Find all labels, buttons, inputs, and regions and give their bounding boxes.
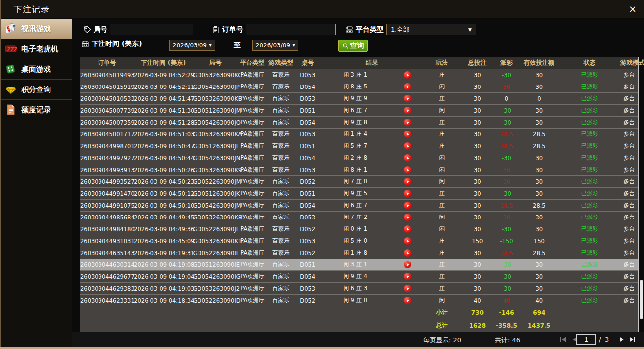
- play-video-icon[interactable]: [404, 297, 411, 304]
- cell-game-mode: 多台: [620, 107, 638, 114]
- cell-bet-time: 2026-03-09 04:50:26: [134, 167, 193, 174]
- table-row[interactable]: 260309045010533 2026-03-09 04:51:47 GD05…: [80, 92, 638, 104]
- table-row[interactable]: 260309044629383 2026-03-09 04:19:03 GD05…: [80, 282, 638, 294]
- play-video-icon[interactable]: [404, 95, 411, 102]
- table-row[interactable]: 260309044630314 2026-03-09 04:19:08 GD05…: [80, 259, 638, 270]
- cell-platform: PA欧洲厅: [238, 261, 266, 268]
- play-video-icon[interactable]: [404, 214, 411, 221]
- table-row[interactable]: 260309045015919 2026-03-09 04:52:11 GD05…: [80, 81, 638, 92]
- cell-game-type: 百家乐: [266, 119, 295, 126]
- server-stack-icon: [346, 26, 353, 34]
- play-video-icon[interactable]: [404, 273, 411, 280]
- page-number-input[interactable]: [576, 334, 596, 345]
- cell-payout: 28.5: [495, 143, 518, 150]
- play-video-icon[interactable]: [404, 166, 411, 174]
- cell-play-type: 闲: [423, 297, 460, 304]
- cell-order-no: 260309045015919: [80, 84, 134, 90]
- play-video-icon[interactable]: [404, 119, 411, 126]
- sidebar-item[interactable]: 额度记录: [0, 100, 72, 120]
- play-video-icon[interactable]: [404, 154, 411, 162]
- page-separator: /: [599, 335, 601, 343]
- play-video-icon[interactable]: [404, 225, 411, 233]
- table-row[interactable]: 260309044997927 2026-03-09 04:50:44 GD05…: [80, 152, 638, 164]
- cell-play-type: 闲: [423, 166, 460, 174]
- play-video-icon[interactable]: [404, 261, 411, 268]
- play-video-icon[interactable]: [404, 237, 411, 245]
- round-input[interactable]: [110, 24, 193, 35]
- table-row[interactable]: 260309045001717 2026-03-09 04:51:03 GD05…: [80, 128, 638, 140]
- cell-order-no: 260309045019493: [80, 72, 134, 79]
- cell-game-mode: 多台: [620, 142, 638, 150]
- cell-result: 闲 7 庄 2: [321, 214, 423, 221]
- cell-game-mode: 多台: [620, 237, 638, 245]
- table-row[interactable]: 260309044931031 2026-03-09 04:45:09 GD05…: [80, 235, 638, 247]
- table-row[interactable]: 260309044993913 2026-03-09 04:50:26 GD05…: [80, 164, 638, 175]
- table-row[interactable]: 260309044998701 2026-03-09 04:50:47 GD05…: [80, 140, 638, 152]
- cell-status: 已派彩: [559, 212, 620, 223]
- cell-platform: PA欧洲厅: [238, 178, 266, 185]
- query-button[interactable]: 查询: [338, 40, 368, 52]
- last-page-button[interactable]: [629, 336, 637, 343]
- date-from-picker[interactable]: 2026/03/09 ▼: [169, 40, 215, 51]
- close-icon: ×: [629, 3, 637, 14]
- table-row[interactable]: 260309045019493 2026-03-09 04:52:29 GD05…: [80, 69, 638, 81]
- cell-round-no: GD053263090K9: [193, 167, 238, 174]
- cell-bet-time: 2026-03-09 04:19:03: [134, 285, 193, 292]
- table-row[interactable]: 260309044623331 2026-03-09 04:18:34 GD05…: [80, 294, 638, 306]
- play-video-icon[interactable]: [404, 178, 411, 185]
- scrollbar-thumb[interactable]: [640, 280, 643, 319]
- cell-total-bet: 30: [460, 285, 495, 292]
- play-video-icon[interactable]: [404, 249, 411, 257]
- cell-bet-time: 2026-03-09 04:51:28: [134, 119, 193, 126]
- cell-payout: 28.5: [495, 250, 518, 257]
- sidebar-item-label: 额度记录: [21, 105, 51, 115]
- total-pages-label: 3: [605, 336, 609, 343]
- order-input[interactable]: [246, 24, 336, 35]
- next-page-button[interactable]: [618, 336, 626, 343]
- cell-bet-time: 2026-03-09 04:51:03: [134, 131, 193, 138]
- table-row[interactable]: 260309045007359 2026-03-09 04:51:28 GD05…: [80, 116, 638, 128]
- tag-icon: [83, 26, 91, 34]
- result-text: 闲 5 庄 0: [321, 237, 390, 245]
- cell-status: 已派彩: [559, 200, 620, 211]
- cell-result: 闲 6 庄 7: [321, 202, 423, 209]
- play-video-icon[interactable]: [404, 83, 411, 90]
- cell-result: 闲 8 庄 1: [321, 166, 423, 174]
- table-row[interactable]: 260309044985684 2026-03-09 04:49:45 GD05…: [80, 211, 638, 223]
- table-row[interactable]: 260309044635143 2026-03-09 04:19:31 GD05…: [80, 247, 638, 259]
- cell-play-type: 庄: [423, 249, 460, 257]
- cell-table-no: D051: [295, 107, 321, 114]
- sidebar-item[interactable]: 桌面游戏: [0, 59, 72, 80]
- table-row[interactable]: 260309045007739 2026-03-09 04:51:30 GD05…: [80, 104, 638, 116]
- table-row[interactable]: 260309044984180 2026-03-09 04:49:36 GD05…: [80, 223, 638, 235]
- cell-valid-bet: 30: [519, 167, 559, 174]
- play-video-icon[interactable]: [404, 190, 411, 197]
- table-row[interactable]: 260309044993527 2026-03-09 04:50:23 GD05…: [80, 175, 638, 187]
- platform-select[interactable]: 1.全部 ▼: [386, 24, 476, 35]
- grand-total-label: 总计: [423, 321, 460, 330]
- table-row[interactable]: 260309044991075 2026-03-09 04:50:10 GD05…: [80, 199, 638, 211]
- date-to-picker[interactable]: 2026/03/09 ▼: [252, 40, 298, 51]
- table-row[interactable]: 260309044629677 2026-03-09 04:19:04 GD05…: [80, 270, 638, 282]
- order-field-label: 订单号: [222, 25, 243, 34]
- chevron-down-icon: ▼: [468, 27, 472, 32]
- play-video-icon[interactable]: [404, 71, 411, 79]
- result-text: 闲 3 庄 1: [321, 71, 390, 79]
- cell-total-bet: 30: [460, 178, 495, 185]
- sidebar-item[interactable]: 9K♥ 视讯游戏: [0, 19, 72, 39]
- cell-play-type: 庄: [423, 285, 460, 292]
- sidebar-item[interactable]: 积分查询: [0, 80, 72, 100]
- first-page-button[interactable]: [559, 336, 567, 343]
- sidebar-item[interactable]: 777 电子老虎机: [0, 39, 72, 59]
- close-button[interactable]: ×: [626, 2, 639, 15]
- play-video-icon[interactable]: [404, 285, 411, 292]
- cell-total-bet: 30: [460, 250, 495, 257]
- play-video-icon[interactable]: [404, 202, 411, 209]
- result-text: 闲 8 庄 1: [321, 166, 390, 174]
- table-row[interactable]: 260309044991470 2026-03-09 04:50:12 GD05…: [80, 187, 638, 199]
- cell-game-mode: 多台: [620, 273, 638, 280]
- play-video-icon[interactable]: [404, 142, 411, 150]
- play-video-icon[interactable]: [404, 131, 411, 138]
- play-video-icon[interactable]: [404, 107, 411, 114]
- cell-status: 已派彩: [559, 223, 620, 235]
